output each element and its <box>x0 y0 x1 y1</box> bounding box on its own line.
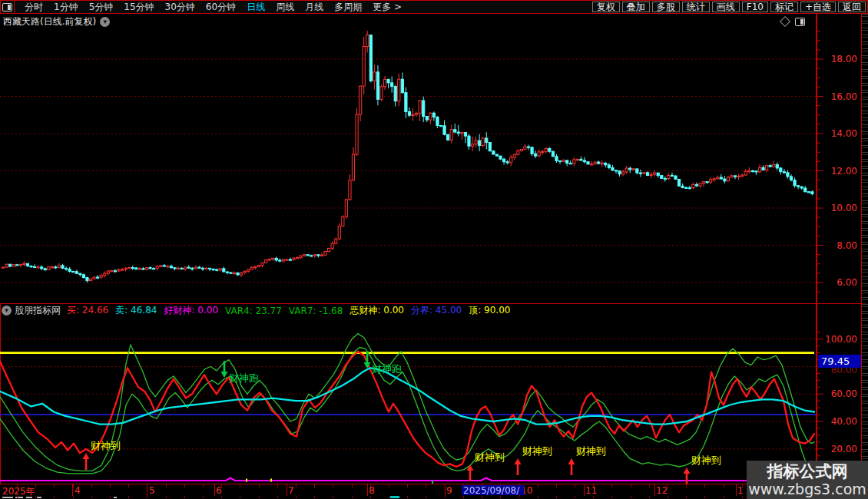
clipped-text-fragment <box>37 497 41 498</box>
right-edge-strip <box>862 14 868 484</box>
week-tick <box>686 484 687 487</box>
clipped-tick <box>445 496 446 498</box>
period-tab-日线[interactable]: 日线 <box>241 2 270 13</box>
split-screen-icon <box>2 3 12 12</box>
indicator-field-VAR7: VAR7: -1.68 <box>289 306 343 316</box>
action-button-画线[interactable]: 画线 <box>712 2 740 12</box>
period-tab-1分钟[interactable]: 1分钟 <box>48 2 84 13</box>
action-button-多股[interactable]: 多股 <box>652 2 680 12</box>
period-tab-月线[interactable]: 月线 <box>300 2 329 13</box>
clipped-tick <box>482 496 482 498</box>
clipped-tick <box>166 496 167 498</box>
period-tab-60分钟[interactable]: 60分钟 <box>200 2 241 13</box>
clipped-tick <box>203 496 204 498</box>
week-tick <box>649 484 650 487</box>
clipped-text-fragment <box>2 497 13 498</box>
stock-title: 西藏天路(日线.前复权) <box>3 15 96 28</box>
indicator-field-恶财神: 恶财神: 0.00 <box>350 304 404 317</box>
week-tick <box>426 484 426 487</box>
week-tick <box>407 484 408 487</box>
clipped-tick <box>611 496 612 498</box>
month-separator <box>367 484 368 496</box>
period-tab-分时[interactable]: 分时 <box>19 2 48 13</box>
period-tab-15分钟[interactable]: 15分钟 <box>118 2 159 13</box>
clipped-tick <box>184 496 185 498</box>
indicator-field-顶: 顶: 90.00 <box>469 304 510 317</box>
action-button-统计[interactable]: 统计 <box>682 2 710 12</box>
panel-toggle-icon[interactable] <box>795 18 805 26</box>
trading-app-window: { "toolbar": { "periods": ["分时","1分钟","5… <box>0 0 868 499</box>
clipped-text-fragment <box>26 497 32 498</box>
date-label-11: 11 <box>585 485 597 496</box>
date-label-1: 1 <box>737 485 744 496</box>
toolbar-actions: 复权叠加多股统计画线F10标记+自选返回 <box>590 2 866 12</box>
indicator-name[interactable]: 股朋指标网 <box>15 304 61 317</box>
clipped-tick <box>35 496 36 498</box>
clipped-tick <box>742 496 743 498</box>
week-tick <box>704 484 705 487</box>
price-axis-label-10: 10.00 <box>831 203 857 213</box>
week-tick <box>389 484 389 487</box>
period-tab-多周期[interactable]: 多周期 <box>329 2 367 13</box>
indicator-field-卖: 卖: 46.84 <box>115 304 157 317</box>
date-label-5: 5 <box>149 485 155 496</box>
clipped-tick <box>704 496 705 498</box>
clipped-tick <box>407 496 408 498</box>
indicator-plot[interactable] <box>0 319 816 482</box>
clipped-tick <box>426 496 426 498</box>
clipped-text-fragment <box>114 497 117 498</box>
week-tick <box>54 484 55 487</box>
period-tab-更多 >[interactable]: 更多 > <box>367 2 407 13</box>
period-tab-周线[interactable]: 周线 <box>270 2 300 13</box>
date-axis[interactable]: 2025年45678910111212025/09/08/— <box>0 484 866 497</box>
indicator-field-买: 买: 24.66 <box>67 304 108 317</box>
period-tab-30分钟[interactable]: 30分钟 <box>160 2 200 13</box>
week-tick <box>91 484 92 487</box>
week-tick <box>314 484 315 487</box>
action-button-复权[interactable]: 复权 <box>592 2 620 12</box>
clipped-tick <box>110 496 111 498</box>
watermark-site-url: www.zbgs3.com <box>748 481 866 497</box>
clipped-tick <box>128 496 129 498</box>
period-tab-5分钟[interactable]: 5分钟 <box>84 2 119 13</box>
price-axis-label-14: 14.00 <box>831 128 857 139</box>
week-tick <box>611 484 612 487</box>
indicator-field-VAR4: VAR4: 23.77 <box>225 306 282 316</box>
diamond-icon[interactable] <box>780 16 790 27</box>
clipped-cyan-mark <box>390 496 399 498</box>
clipped-tick <box>147 496 147 498</box>
clipped-tick <box>686 496 687 498</box>
clipped-tick <box>296 496 297 498</box>
action-button-标记[interactable]: 标记 <box>770 2 798 12</box>
action-button-叠加[interactable]: 叠加 <box>622 2 650 12</box>
indicator-axis-label-20: 20.00 <box>831 444 857 454</box>
week-tick <box>259 484 260 487</box>
indicator-axis-label-60: 60.00 <box>831 388 857 399</box>
watermark-site-name: 指标公式网 <box>767 462 848 481</box>
clipped-tick <box>240 496 240 498</box>
chevron-down-circle-icon[interactable]: ▾ <box>100 17 110 27</box>
clipped-tick <box>277 496 278 498</box>
clipped-tick <box>333 496 333 498</box>
indicator-axis-label-100: 100.00 <box>825 334 857 345</box>
clipped-tick <box>500 496 501 498</box>
main-candlestick-plot[interactable] <box>0 31 816 301</box>
month-separator <box>654 484 655 496</box>
layout-toggle-icon[interactable] <box>1 1 15 13</box>
week-tick <box>538 484 538 487</box>
clipped-tick <box>91 496 92 498</box>
action-button-+自选[interactable]: +自选 <box>800 2 836 12</box>
week-tick <box>445 484 446 487</box>
date-label-12: 12 <box>656 485 668 496</box>
action-button-返回[interactable]: 返回 <box>838 2 866 12</box>
collapse-indicator-icon[interactable]: ▾ <box>2 306 12 316</box>
week-tick <box>147 484 147 487</box>
month-separator <box>287 484 287 496</box>
week-tick <box>724 484 724 487</box>
action-button-F10[interactable]: F10 <box>742 2 768 12</box>
month-separator <box>214 484 215 496</box>
top-toolbar: 分时1分钟5分钟15分钟30分钟60分钟日线周线月线多周期更多 > 复权叠加多股… <box>0 0 868 14</box>
clipped-tick <box>593 496 594 498</box>
indicator-axis-label-40: 40.00 <box>831 416 857 427</box>
clipped-tick <box>259 496 260 498</box>
